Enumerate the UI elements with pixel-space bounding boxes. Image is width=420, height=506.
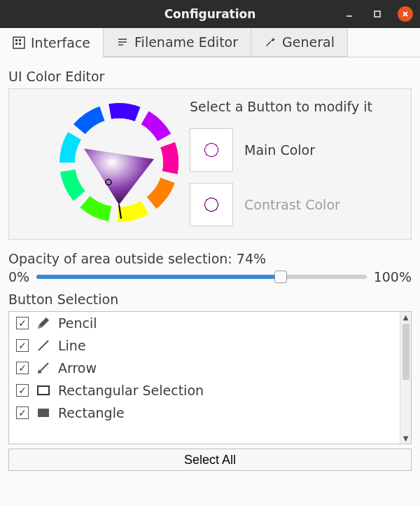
titlebar: Configuration	[0, 0, 420, 28]
checkbox[interactable]: ✓	[16, 362, 29, 374]
ui-color-editor-panel: Select a Button to modify it Main Color …	[8, 88, 412, 240]
list-item[interactable]: ✓ Pencil	[9, 312, 400, 334]
opacity-slider-thumb[interactable]	[274, 271, 287, 283]
svg-rect-5	[15, 39, 18, 41]
tab-label: General	[282, 34, 335, 50]
opacity-slider[interactable]	[36, 270, 367, 284]
svg-rect-8	[19, 43, 21, 45]
list-item-label: Arrow	[58, 360, 97, 376]
scrollbar[interactable]: ▲ ▼	[400, 312, 411, 444]
color-wheel[interactable]	[59, 103, 178, 222]
wrench-icon	[264, 36, 276, 48]
list-item-label: Rectangular Selection	[58, 383, 204, 398]
list-item-label: Pencil	[58, 315, 97, 331]
button-selection-list: ✓ Pencil ✓ Line ✓ Arrow	[8, 311, 412, 444]
close-button[interactable]	[398, 6, 413, 22]
pencil-icon	[36, 315, 51, 331]
list-item-label: Line	[58, 338, 86, 353]
scrollbar-thumb[interactable]	[402, 324, 410, 380]
rect-selection-icon	[36, 383, 51, 398]
checkbox[interactable]: ✓	[16, 317, 29, 329]
list-item[interactable]: ✓ Line	[9, 334, 400, 357]
tab-general[interactable]: General	[251, 28, 348, 57]
main-color-swatch[interactable]	[190, 128, 233, 172]
scroll-down-icon[interactable]: ▼	[403, 435, 409, 442]
scroll-up-icon[interactable]: ▲	[403, 313, 409, 321]
list-item-label: Rectangle	[58, 405, 125, 420]
opacity-max-label: 100%	[374, 269, 412, 285]
svg-rect-7	[15, 43, 18, 45]
tabbar: Interface Filename Editor General	[0, 28, 420, 57]
color-prompt: Select a Button to modify it	[190, 99, 372, 114]
contrast-color-swatch[interactable]	[190, 183, 233, 226]
list-item[interactable]: ✓ Rectangle	[9, 402, 400, 424]
tab-interface[interactable]: Interface	[0, 28, 104, 57]
svg-rect-30	[38, 409, 49, 417]
opacity-label: Opacity of area outside selection: 74%	[8, 251, 412, 266]
main-color-label: Main Color	[244, 142, 315, 158]
tab-filename-editor[interactable]: Filename Editor	[104, 28, 251, 57]
ui-color-editor-label: UI Color Editor	[8, 69, 412, 84]
svg-line-27	[39, 363, 48, 372]
rect-icon	[36, 405, 51, 420]
opacity-slider-fill	[36, 275, 281, 279]
svg-line-26	[38, 341, 48, 350]
list-item[interactable]: ✓ Arrow	[9, 357, 400, 379]
svg-rect-29	[38, 386, 49, 395]
button-selection-label: Button Selection	[8, 292, 412, 307]
window-title: Configuration	[0, 7, 420, 21]
arrow-icon	[36, 360, 51, 376]
line-icon	[36, 338, 51, 353]
minimize-button[interactable]	[342, 6, 357, 22]
svg-rect-1	[374, 11, 380, 17]
tab-label: Interface	[31, 35, 90, 50]
list-item[interactable]: ✓ Rectangular Selection	[9, 379, 400, 402]
select-all-button[interactable]: Select All	[8, 449, 412, 471]
opacity-min-label: 0%	[8, 269, 29, 285]
maximize-button[interactable]	[370, 6, 385, 22]
checkbox[interactable]: ✓	[16, 406, 29, 419]
tab-label: Filename Editor	[134, 34, 238, 50]
checkbox[interactable]: ✓	[16, 384, 29, 397]
grid-icon	[13, 36, 25, 49]
contrast-color-label: Contrast Color	[244, 197, 340, 212]
checkbox[interactable]: ✓	[16, 339, 29, 352]
lines-icon	[116, 36, 129, 48]
svg-rect-6	[19, 39, 21, 41]
